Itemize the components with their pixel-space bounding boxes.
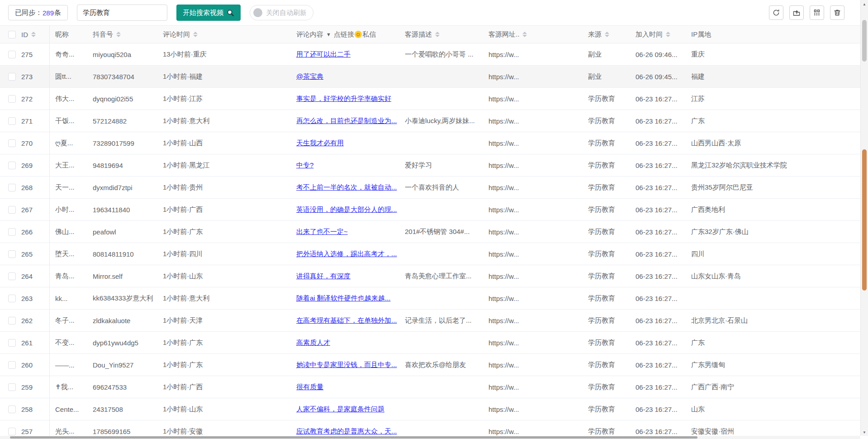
table-row: 261不变...dyp61ywu4dg51小时前·广东高素质人才https://… (0, 332, 868, 354)
header-douyin-id[interactable]: 抖音号 (93, 30, 163, 39)
row-checkbox[interactable] (8, 117, 16, 125)
trash-icon (833, 9, 841, 17)
scrollbar-thumb-top[interactable] (862, 20, 867, 62)
comment-link[interactable]: 考不上前一半的名次，就被自动... (296, 183, 397, 191)
select-all-checkbox[interactable] (8, 31, 16, 38)
cell-source: 学历教育 (588, 161, 636, 170)
cell-comment-content: 用了还可以出二手 (296, 50, 405, 59)
cell-douyin-id: dyp61ywu4dg5 (93, 339, 163, 347)
cell-comment-time: 1小时前·意大利 (163, 117, 296, 125)
cell-join-time: 06-23 16:27... (636, 317, 691, 324)
table-row: 259✝我...6962475331小时前·广西很有质量https://w...… (0, 376, 868, 398)
comment-link[interactable]: 在高考现有基础下，在单独外加... (296, 316, 397, 324)
sort-id-icon[interactable] (31, 32, 36, 37)
sort-comment-time-icon[interactable] (193, 32, 198, 37)
table-row: 272伟大...dyqnogi02i551小时前·江苏事实是，好学校的升学率确实… (0, 88, 868, 110)
header-source-url[interactable]: 客源网址.. (489, 30, 588, 39)
cell-source: 学历教育 (588, 117, 636, 125)
row-checkbox[interactable] (8, 428, 16, 435)
toggle-knob-icon (253, 8, 262, 17)
sort-source-icon[interactable] (605, 32, 609, 37)
cell-id: 272 (21, 88, 50, 110)
cell-source-desc: 一个喜欢抖音的人 (405, 183, 489, 192)
comment-link[interactable]: 讲得真好，有深度 (296, 272, 351, 280)
row-checkbox[interactable] (8, 228, 16, 236)
row-checkbox[interactable] (8, 272, 16, 280)
cell-source: 学历教育 (588, 405, 636, 414)
refresh-button[interactable] (769, 5, 783, 20)
comment-link[interactable]: 出来了也不一定~ (296, 228, 348, 235)
row-checkbox[interactable] (8, 139, 16, 147)
comment-link[interactable]: 事实是，好学校的升学率确实好 (296, 95, 391, 102)
cell-id: 259 (21, 376, 50, 398)
auto-refresh-toggle[interactable]: 关闭自动刷新 (250, 5, 313, 20)
comment-link[interactable]: 应试教育考虑的是普惠大众，天... (296, 427, 397, 435)
row-checkbox[interactable] (8, 162, 16, 169)
comment-link[interactable]: 用了还可以出二手 (296, 50, 351, 58)
comment-link[interactable]: 再怎么改，目前也还是制造业为... (296, 117, 397, 124)
row-checkbox[interactable] (8, 383, 16, 391)
table-row: 269大王...948196941小时前·黑龙江中专?爱好学习https://w… (0, 154, 868, 177)
comment-link[interactable]: 天生我才必有用 (296, 139, 344, 147)
row-checkbox[interactable] (8, 339, 16, 347)
comment-link[interactable]: 随着ai 翻译软件硬件也越来越... (296, 294, 390, 302)
comment-link[interactable]: 中专? (296, 161, 313, 169)
cell-comment-content: 考不上前一半的名次，就被自动... (296, 183, 405, 192)
row-checkbox[interactable] (8, 95, 16, 103)
comment-link[interactable]: 英语没用，的确是大部分人的现... (296, 205, 397, 213)
cell-source: 副业 (588, 72, 636, 81)
table-row: 266佛山...peafowl1小时前·广东出来了也不一定~201#不锈钢管 3… (0, 221, 868, 243)
cell-comment-time: 1小时前·广西 (163, 205, 296, 214)
scrollbar-thumb[interactable] (862, 149, 867, 291)
row-checkbox[interactable] (8, 73, 16, 81)
cell-id: 269 (21, 154, 50, 176)
row-checkbox[interactable] (8, 361, 16, 369)
header-id[interactable]: ID (21, 26, 50, 43)
cell-source-url: https://w... (489, 383, 588, 391)
cell-checkbox (0, 376, 21, 398)
row-checkbox[interactable] (8, 184, 16, 191)
scroll-up-icon[interactable]: ▲ (861, 2, 868, 6)
comment-link[interactable]: 把外语纳入选修，踢出高考才，... (296, 250, 397, 258)
sort-douyin-icon[interactable] (116, 32, 121, 37)
search-keyword-input[interactable] (77, 5, 167, 21)
cell-comment-time: 1小时前·黑龙江 (163, 161, 296, 170)
comment-link[interactable]: 高素质人才 (296, 339, 330, 346)
comment-link[interactable]: 很有质量 (296, 383, 323, 391)
comment-link[interactable]: 人家不偏科，是家庭条件问题 (296, 405, 384, 413)
cell-comment-time: 1小时前·山东 (163, 405, 296, 414)
start-search-video-button[interactable]: 开始搜索视频 (176, 5, 241, 21)
header-comment-time[interactable]: 评论时间 (163, 30, 296, 39)
horizontal-scrollbar-thumb[interactable] (10, 436, 697, 439)
cell-join-time: 06-23 16:27... (636, 295, 691, 302)
header-join-time[interactable]: 加入时间 (636, 30, 691, 39)
row-checkbox[interactable] (8, 250, 16, 258)
comment-link[interactable]: 她读中专是家里没钱，而且中专... (296, 361, 397, 368)
row-checkbox[interactable] (8, 51, 16, 58)
cell-join-time: 06-23 16:27... (636, 383, 691, 391)
sort-source-url-icon[interactable] (522, 32, 527, 37)
cell-source: 副业 (588, 50, 636, 59)
row-checkbox[interactable] (8, 206, 16, 214)
sort-source-desc-icon[interactable] (435, 32, 440, 37)
cell-nickname: 佛山... (50, 228, 93, 236)
cell-source: 学历教育 (588, 427, 636, 436)
delete-button[interactable] (830, 5, 844, 20)
row-checkbox[interactable] (8, 317, 16, 324)
cell-comment-time: 1小时前·贵州 (163, 183, 296, 192)
header-source[interactable]: 来源 (588, 30, 636, 39)
cell-source-url: https://w... (489, 184, 588, 191)
comment-link[interactable]: @茶宝典 (296, 72, 323, 80)
horizontal-scrollbar[interactable] (0, 436, 860, 439)
filter-icon[interactable]: ▼ (326, 32, 331, 37)
row-checkbox[interactable] (8, 295, 16, 302)
column-settings-button[interactable] (810, 5, 824, 20)
cell-source: 学历教育 (588, 139, 636, 148)
row-checkbox[interactable] (8, 406, 16, 413)
export-button[interactable] (789, 5, 804, 20)
scroll-down-icon[interactable]: ▼ (861, 430, 868, 434)
sort-join-time-icon[interactable] (666, 32, 670, 37)
vertical-scrollbar[interactable]: ▲ ▼ (860, 0, 868, 436)
cell-source-desc: 青岛美愈心理工作室... (405, 272, 489, 281)
header-source-desc[interactable]: 客源描述 (405, 30, 489, 39)
